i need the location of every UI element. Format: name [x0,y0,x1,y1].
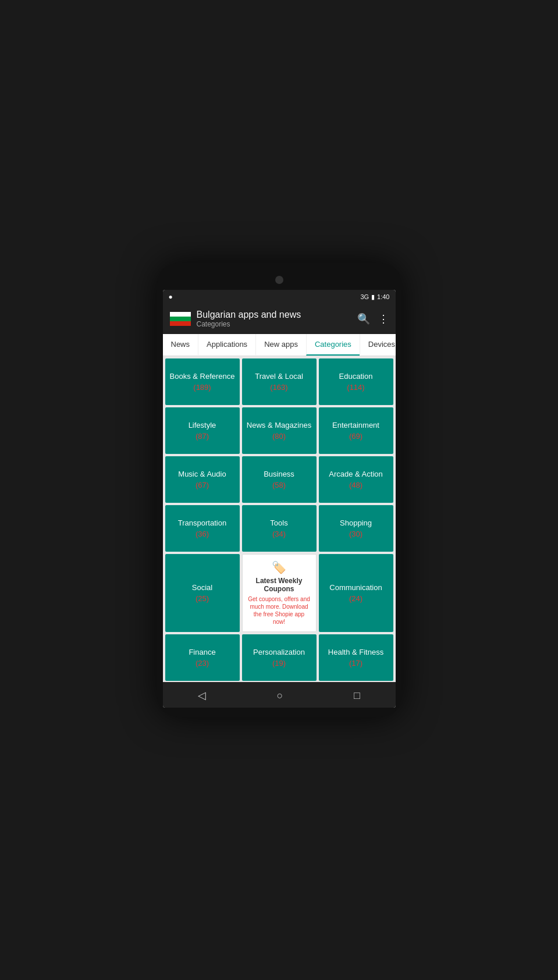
search-icon[interactable]: 🔍 [357,313,370,325]
more-options-icon[interactable]: ⋮ [378,313,389,325]
category-finance[interactable]: Finance (23) [165,634,240,681]
category-transportation[interactable]: Transportation (36) [165,505,240,552]
category-entertainment[interactable]: Entertainment (69) [319,407,393,454]
device-frame: ● 3G ▮ 1:40 Bulgarian apps and news Cate… [157,263,401,717]
notification-dot: ● [169,293,173,301]
category-arcade-action[interactable]: Arcade & Action (48) [319,456,393,503]
category-health-fitness[interactable]: Health & Fitness (17) [319,634,393,681]
category-business[interactable]: Business (58) [242,456,317,503]
home-button[interactable]: ○ [277,690,283,702]
svg-rect-1 [170,317,191,321]
category-personalization[interactable]: Personalization (19) [242,634,317,681]
nav-bar: ◁ ○ □ [163,682,396,708]
category-social[interactable]: Social (25) [165,554,240,632]
app-bar-icons: 🔍 ⋮ [357,313,389,325]
category-content: Books & Reference (189) Travel & Local (… [163,356,396,682]
tab-categories[interactable]: Categories [306,334,360,356]
ad-text: Get coupons, offers and much more. Downl… [247,595,311,626]
status-right: 3G ▮ 1:40 [360,293,389,301]
category-news-magazines[interactable]: News & Magazines (80) [242,407,317,454]
ad-title: Latest Weekly Coupons [247,577,311,593]
app-title: Bulgarian apps and news [197,310,351,320]
category-tools[interactable]: Tools (34) [242,505,317,552]
category-travel-local[interactable]: Travel & Local (163) [242,358,317,405]
category-lifestyle[interactable]: Lifestyle (87) [165,407,240,454]
tab-bar: News Applications New apps Categories De… [163,334,396,356]
tab-devices[interactable]: Devices [360,334,396,356]
category-shopping[interactable]: Shopping (30) [319,505,393,552]
category-communication[interactable]: Communication (24) [319,554,393,632]
clock: 1:40 [377,293,389,300]
app-subtitle: Categories [197,320,351,328]
screen: ● 3G ▮ 1:40 Bulgarian apps and news Cate… [163,290,396,708]
recent-apps-button[interactable]: □ [354,690,360,702]
status-left: ● [169,293,173,301]
camera [275,276,283,284]
svg-rect-2 [170,321,191,326]
ad-card-coupons[interactable]: 🏷️ Latest Weekly Coupons Get coupons, of… [242,554,317,632]
status-bar: ● 3G ▮ 1:40 [163,290,396,304]
category-books-reference[interactable]: Books & Reference (189) [165,358,240,405]
tab-applications[interactable]: Applications [198,334,255,356]
tab-news[interactable]: News [163,334,198,356]
category-education[interactable]: Education (114) [319,358,393,405]
app-bar: Bulgarian apps and news Categories 🔍 ⋮ [163,304,396,334]
tab-new-apps[interactable]: New apps [255,334,306,356]
network-indicator: 3G [360,293,369,300]
svg-rect-0 [170,312,191,317]
back-button[interactable]: ◁ [198,689,206,702]
app-title-block: Bulgarian apps and news Categories [197,310,351,328]
app-logo [170,312,191,326]
ad-icon: 🏷️ [272,560,286,574]
category-music-audio[interactable]: Music & Audio (67) [165,456,240,503]
battery-icon: ▮ [371,293,375,301]
category-grid: Books & Reference (189) Travel & Local (… [165,358,393,682]
